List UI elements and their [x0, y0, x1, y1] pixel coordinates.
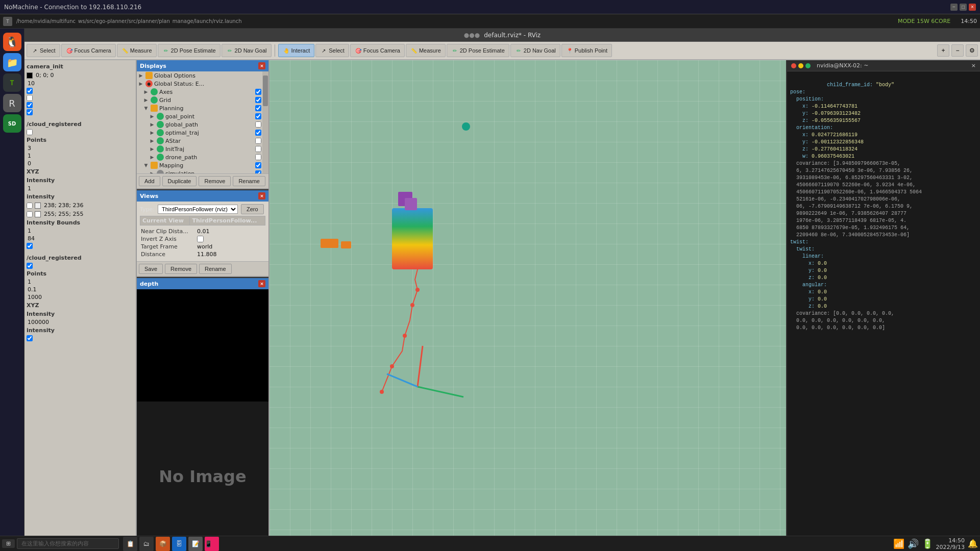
goal-point-checkbox[interactable] [255, 113, 261, 119]
cloud2-extra-check[interactable] [27, 335, 33, 341]
close-button[interactable]: × [969, 4, 976, 11]
toolbar-nav-goal-right-button[interactable]: ✏ 2D Nav Goal [510, 44, 560, 57]
pose-icon: ✏ [162, 47, 169, 54]
taskbar-app-5[interactable]: 📝 [188, 537, 203, 551]
rename-display-button[interactable]: Rename [233, 176, 265, 186]
intensity-label: Intensity [27, 176, 134, 185]
toolbar-2d-pose-right-button[interactable]: ✏ 2D Pose Estimate [447, 44, 509, 57]
toolbar-nav-goal-button[interactable]: ✏ 2D Nav Goal [222, 44, 272, 57]
views-close-button[interactable]: × [258, 192, 265, 199]
tree-init-traj[interactable]: ▶ InitTraj [137, 145, 262, 153]
tree-global-status[interactable]: ▶ ● Global Status: E... [137, 80, 262, 88]
views-save-button[interactable]: Save [139, 264, 163, 274]
toolbar-interact-button[interactable]: 🤚 Interact [278, 44, 315, 57]
minimize-button[interactable]: − [950, 4, 958, 11]
xyz-label: XYZ [27, 167, 134, 176]
toolbar-2d-pose-button[interactable]: ✏ 2D Pose Estimate [158, 44, 220, 57]
remove-display-button[interactable]: Remove [199, 176, 231, 186]
checkbox-3[interactable] [27, 102, 33, 108]
checkbox-2[interactable] [27, 95, 33, 101]
displays-close-button[interactable]: × [258, 62, 265, 69]
mapping-checkbox[interactable] [255, 162, 261, 168]
toolbar-select-right-button[interactable]: ↗ Select [315, 44, 349, 57]
duplicate-button[interactable]: Duplicate [162, 176, 197, 186]
tree-drone-path[interactable]: ▶ drone_path [137, 153, 262, 161]
taskbar-notification-icon[interactable]: 🔔 [968, 539, 978, 548]
displays-scrollbar[interactable] [262, 71, 268, 173]
views-zero-button[interactable]: Zero [241, 204, 264, 214]
planning-checkbox[interactable] [255, 105, 261, 111]
tree-mapping[interactable]: ▼ Mapping [137, 161, 262, 169]
checkbox-row-2 [27, 94, 134, 102]
dock-terminal-icon[interactable]: T [3, 73, 21, 92]
tree-simulation[interactable]: ▶ simulation_.... [137, 169, 262, 173]
taskbar-app-4[interactable]: 🗄 [172, 537, 186, 551]
astar-checkbox[interactable] [255, 138, 261, 144]
global-path-checkbox[interactable] [255, 121, 261, 128]
grid-checkbox[interactable] [255, 97, 261, 103]
checkbox-4[interactable] [27, 109, 33, 115]
arrow-global-status: ▶ [138, 81, 144, 86]
dock-files-icon[interactable]: 📁 [3, 53, 21, 71]
color-swatch-3[interactable] [35, 211, 41, 217]
taskbar-search[interactable]: 在这里输入你想搜索的内容 [17, 538, 119, 549]
tree-global-options[interactable]: ▶ Global Options [137, 71, 262, 80]
color2-check[interactable] [27, 203, 33, 209]
target-frame-val: world [197, 243, 212, 250]
add-button[interactable]: Add [139, 176, 160, 186]
taskbar-apps: 📋 🗂 📦 🗄 📝 📱 [123, 537, 219, 551]
drone-path-checkbox[interactable] [255, 154, 261, 160]
toolbar-focus-camera-button[interactable]: 🎯 Focus Camera [61, 44, 116, 57]
toolbar-measure-button[interactable]: 📏 Measure [117, 44, 157, 57]
toolbar-icon-1[interactable]: + [937, 44, 949, 57]
taskbar-speaker-icon[interactable]: 🔊 [908, 538, 919, 549]
views-rename-button[interactable]: Rename [199, 264, 232, 274]
tree-optimal-traj[interactable]: ▶ optimal_traj [137, 129, 262, 137]
color-swatch-1[interactable] [27, 72, 33, 79]
toolbar-select-button[interactable]: ↗ Select [27, 44, 60, 57]
axes-checkbox[interactable] [255, 89, 261, 95]
toolbar-icon-2[interactable]: − [951, 44, 964, 57]
toolbar-focus-right-button[interactable]: 🎯 Focus Camera [350, 44, 405, 57]
planning-label: Planning [159, 105, 183, 112]
nav-icon: ✏ [226, 47, 233, 54]
taskbar-app-6[interactable]: 📱 [205, 537, 219, 551]
taskbar-app-3[interactable]: 📦 [156, 537, 170, 551]
taskbar-app-1[interactable]: 📋 [123, 537, 137, 551]
toolbar-publish-point-button[interactable]: 📍 Publish Point [561, 44, 612, 57]
dock-rviz-icon[interactable]: R [3, 94, 21, 112]
displays-list: ▶ Global Options ▶ ● Global Status: E... [137, 71, 262, 173]
views-remove-button[interactable]: Remove [165, 264, 197, 274]
cloud2-checkbox[interactable] [27, 263, 33, 269]
3d-viewport[interactable] [270, 60, 786, 551]
color-swatch-2[interactable] [35, 203, 41, 209]
taskbar-wifi-icon[interactable]: 📶 [893, 538, 904, 549]
tree-grid[interactable]: ▶ Grid [137, 96, 262, 104]
tree-axes[interactable]: ▶ Axes [137, 88, 262, 96]
simulation-checkbox[interactable] [255, 170, 261, 173]
tree-goal-point[interactable]: ▶ goal_point [137, 112, 262, 120]
views-type-select[interactable]: ThirdPersonFollower (rviz) [158, 205, 238, 214]
optimal-traj-checkbox[interactable] [255, 130, 261, 136]
taskbar-app-2[interactable]: 🗂 [139, 537, 154, 551]
tree-planning[interactable]: ▼ Planning [137, 104, 262, 112]
taskbar-battery-icon[interactable]: 🔋 [922, 538, 933, 549]
tree-global-path[interactable]: ▶ global_path [137, 120, 262, 129]
terminal-close-button[interactable]: × [971, 62, 976, 69]
dock-app-icon[interactable]: SD [3, 114, 21, 133]
scrollbar-thumb[interactable] [263, 76, 268, 106]
ib-check[interactable] [27, 243, 33, 249]
windows-start-button[interactable]: ⊞ [2, 539, 15, 548]
dock-ubuntu-icon[interactable]: 🐧 [3, 33, 21, 51]
depth-close-button[interactable]: × [258, 280, 265, 287]
cloud-checkbox[interactable] [27, 129, 33, 135]
invert-z-checkbox[interactable] [197, 236, 204, 242]
tree-astar[interactable]: ▶ AStar [137, 137, 262, 145]
maximize-button[interactable]: □ [960, 4, 967, 11]
displays-title: Displays [140, 63, 166, 69]
toolbar-measure-right-button[interactable]: 📏 Measure [406, 44, 446, 57]
checkbox-1[interactable] [27, 88, 33, 94]
init-traj-checkbox[interactable] [255, 146, 261, 152]
toolbar-icon-3[interactable]: ⚙ [966, 44, 978, 57]
color3-check[interactable] [27, 211, 33, 217]
